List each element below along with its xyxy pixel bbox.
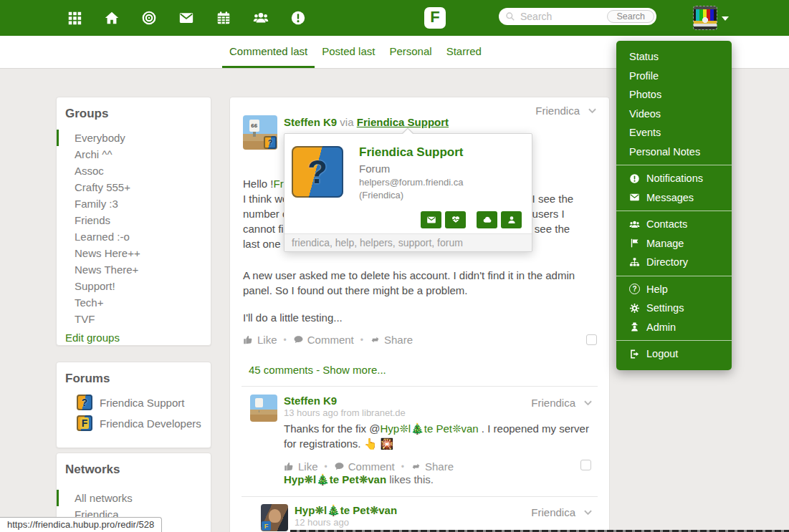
menu-item-logout[interactable]: Logout bbox=[616, 344, 732, 364]
navbar: F Search bbox=[0, 0, 789, 36]
hovercard-avatar[interactable]: ? bbox=[292, 146, 343, 198]
network-label: Friendica bbox=[535, 105, 580, 117]
menu-item-manage[interactable]: Manage bbox=[616, 234, 732, 253]
share-button[interactable]: Share bbox=[370, 334, 413, 346]
view-profile-button[interactable] bbox=[501, 211, 522, 228]
group-item[interactable]: Archi ^^ bbox=[57, 146, 211, 163]
menu-item-contacts[interactable]: Contacts bbox=[616, 215, 732, 234]
groups-list: Everybody Archi ^^ Assoc Crafty 555+ Fam… bbox=[57, 130, 211, 327]
group-item[interactable]: Assoc bbox=[57, 163, 211, 179]
network-posts-button[interactable] bbox=[477, 211, 497, 228]
menu-item-status[interactable]: Status bbox=[616, 47, 732, 67]
menu-item-videos[interactable]: Videos bbox=[616, 105, 732, 124]
group-item[interactable]: TVF bbox=[57, 311, 211, 327]
group-item[interactable]: Family :3 bbox=[57, 195, 211, 212]
menu-item-settings[interactable]: Settings bbox=[616, 299, 732, 318]
forum-item-friendica-support[interactable]: ? Friendica Support bbox=[77, 395, 211, 410]
comment-network-dropdown[interactable]: Friendica bbox=[531, 506, 592, 518]
tab-posted-last[interactable]: Posted last bbox=[315, 36, 382, 68]
group-item[interactable]: Crafty 555+ bbox=[57, 179, 211, 195]
network-label: Friendica bbox=[531, 506, 575, 518]
notifications-icon[interactable] bbox=[290, 10, 306, 26]
menu-item-directory[interactable]: Directory bbox=[616, 253, 732, 272]
menu-item-notifications[interactable]: Notifications bbox=[616, 169, 732, 188]
liker-name[interactable]: Hyp❊l🎄te Pet❊van bbox=[284, 473, 386, 485]
heartbeat-icon bbox=[451, 215, 461, 225]
comment-author-avatar[interactable] bbox=[250, 395, 277, 422]
events-calendar-icon[interactable] bbox=[216, 10, 231, 26]
like-button[interactable]: Like bbox=[243, 334, 277, 346]
group-item[interactable]: News Here++ bbox=[57, 245, 211, 261]
send-message-button[interactable] bbox=[421, 211, 441, 228]
user-dropdown-menu: Status Profile Photos Videos Events Pers… bbox=[616, 41, 732, 370]
admin-icon bbox=[629, 321, 640, 332]
person-icon bbox=[507, 215, 517, 225]
contacts-users-icon[interactable] bbox=[253, 10, 269, 26]
comment-timestamp: 12 hours ago bbox=[295, 517, 349, 528]
comment-network-dropdown[interactable]: Friendica bbox=[531, 397, 592, 409]
forums-title: Forums bbox=[65, 372, 211, 386]
navbar-icons bbox=[67, 0, 306, 36]
menu-item-personal-notes[interactable]: Personal Notes bbox=[616, 142, 732, 162]
group-item[interactable]: Learned :-o bbox=[57, 228, 211, 245]
menu-item-admin[interactable]: Admin bbox=[616, 318, 732, 337]
messages-envelope-icon[interactable] bbox=[178, 10, 194, 26]
group-item[interactable]: Support! bbox=[57, 278, 211, 294]
comment-author-name[interactable]: Hyp❊l🎄te Pet❊van bbox=[295, 504, 397, 517]
comment-select-checkbox[interactable] bbox=[580, 460, 591, 470]
envelope-icon bbox=[426, 215, 436, 225]
post-author-name[interactable]: Steffen K9 bbox=[284, 116, 337, 128]
apps-grid-icon[interactable] bbox=[67, 10, 82, 26]
logo-letter: F bbox=[430, 9, 439, 25]
poke-button[interactable] bbox=[445, 211, 466, 228]
comment-author-name[interactable]: Steffen K9 bbox=[284, 395, 337, 407]
post-select-checkbox[interactable] bbox=[586, 334, 597, 345]
home-icon[interactable] bbox=[104, 10, 120, 26]
user-menu-caret-icon[interactable] bbox=[722, 16, 729, 21]
mention-link[interactable]: Hyp❊l🎄te Pet❊van bbox=[380, 422, 478, 435]
contacts-icon bbox=[629, 219, 640, 230]
chevron-down-icon bbox=[584, 400, 592, 406]
comment-action-row: Like • Comment • Share bbox=[284, 460, 454, 473]
group-item[interactable]: Friends bbox=[57, 212, 211, 228]
hovercard-title[interactable]: Friendica Support bbox=[359, 145, 463, 160]
show-more-comments-link[interactable]: 45 comments - Show more... bbox=[249, 364, 386, 376]
menu-item-events[interactable]: Events bbox=[616, 123, 732, 142]
portrait bbox=[269, 509, 281, 523]
menu-item-messages[interactable]: Messages bbox=[616, 188, 732, 208]
route66-sign bbox=[255, 398, 263, 408]
post-forum-link[interactable]: Friendica Support bbox=[357, 116, 449, 128]
comment-author-avatar[interactable]: F bbox=[261, 504, 288, 531]
forum-item-friendica-developers[interactable]: F Friendica Developers bbox=[77, 415, 211, 431]
menu-divider bbox=[616, 276, 732, 276]
comment-button[interactable]: Comment bbox=[293, 334, 354, 346]
user-avatar[interactable] bbox=[694, 6, 717, 29]
edit-groups-link[interactable]: Edit groups bbox=[65, 332, 120, 344]
search-input[interactable] bbox=[520, 8, 613, 25]
network-item-all[interactable]: All networks bbox=[57, 490, 211, 506]
friendica-logo[interactable]: F bbox=[424, 7, 446, 29]
link-status-tooltip: https://friendica.hubup.pro/redir/528 bbox=[0, 517, 162, 532]
friendica-badge-icon: F bbox=[262, 521, 271, 531]
tab-starred[interactable]: Starred bbox=[439, 36, 489, 68]
search-button[interactable]: Search bbox=[607, 10, 654, 23]
menu-item-photos[interactable]: Photos bbox=[616, 85, 732, 105]
tab-personal[interactable]: Personal bbox=[382, 36, 439, 68]
post-network-dropdown[interactable]: Friendica bbox=[535, 105, 596, 117]
post-action-row: Like • Comment • Share bbox=[243, 334, 413, 346]
post-author-avatar[interactable]: 66 ? bbox=[243, 115, 277, 150]
network-bullseye-icon[interactable] bbox=[141, 10, 157, 26]
post-body-para3: I'll do a little testing... bbox=[243, 310, 599, 325]
share-button[interactable]: Share bbox=[411, 460, 454, 473]
tab-commented-last[interactable]: Commented last bbox=[222, 36, 315, 68]
like-button[interactable]: Like bbox=[284, 460, 318, 473]
group-item[interactable]: Everybody bbox=[57, 130, 211, 146]
groups-panel: Groups Everybody Archi ^^ Assoc Crafty 5… bbox=[56, 97, 211, 346]
via-label: via bbox=[340, 116, 353, 128]
menu-item-profile[interactable]: Profile bbox=[616, 67, 732, 86]
comment-button[interactable]: Comment bbox=[334, 460, 395, 473]
menu-item-help[interactable]: ? Help bbox=[616, 280, 732, 299]
group-item[interactable]: News There+ bbox=[57, 261, 211, 278]
cloud-icon bbox=[482, 215, 492, 225]
group-item[interactable]: Tech+ bbox=[57, 294, 211, 311]
